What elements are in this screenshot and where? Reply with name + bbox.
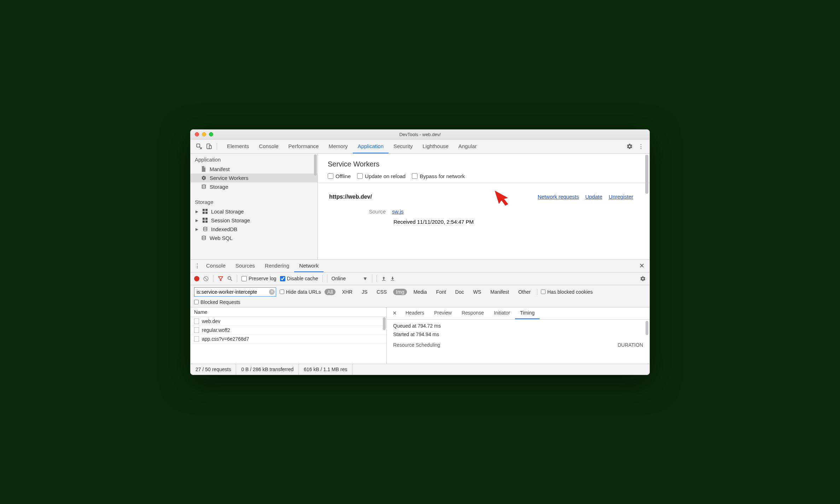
sw-received-row: Received 11/11/2020, 2:54:47 PM bbox=[328, 219, 640, 225]
clear-filter-icon[interactable]: ✕ bbox=[269, 289, 275, 295]
download-har-icon[interactable] bbox=[390, 276, 395, 281]
tab-lighthouse[interactable]: Lighthouse bbox=[418, 140, 453, 153]
request-row[interactable]: app.css?v=6e2768d7 bbox=[191, 335, 386, 344]
request-name: regular.woff2 bbox=[202, 327, 230, 333]
throttle-value: Online bbox=[332, 276, 346, 281]
resource-scheduling-row: Resource Scheduling DURATION bbox=[393, 342, 643, 348]
type-pill-css[interactable]: CSS bbox=[374, 289, 390, 295]
sidebar-item-manifest[interactable]: Manifest bbox=[191, 165, 317, 174]
sidebar-item-storage[interactable]: Storage bbox=[191, 182, 317, 191]
request-row[interactable]: web.dev bbox=[191, 317, 386, 326]
type-pill-other[interactable]: Other bbox=[515, 289, 533, 295]
preserve-log-checkbox[interactable]: Preserve log bbox=[241, 276, 276, 281]
hide-data-urls-checkbox[interactable]: Hide data URLs bbox=[280, 289, 321, 295]
type-pill-xhr[interactable]: XHR bbox=[339, 289, 355, 295]
type-pill-doc[interactable]: Doc bbox=[453, 289, 467, 295]
scrollbar[interactable] bbox=[314, 154, 317, 176]
drawer-tab-sources[interactable]: Sources bbox=[231, 260, 260, 272]
scrollbar[interactable] bbox=[645, 155, 648, 194]
search-icon[interactable] bbox=[227, 276, 233, 281]
filter-input-wrap: ✕ bbox=[194, 287, 276, 297]
sidebar-item-indexeddb[interactable]: ▶ IndexedDB bbox=[191, 225, 317, 234]
sw-source-row: Source sw.js bbox=[328, 209, 640, 215]
checkbox-label: Hide data URLs bbox=[286, 289, 321, 295]
tab-security[interactable]: Security bbox=[389, 140, 418, 153]
database-icon bbox=[200, 235, 207, 241]
unregister-link[interactable]: Unregister bbox=[609, 194, 633, 200]
sidebar-item-session-storage[interactable]: ▶ Session Storage bbox=[191, 216, 317, 225]
drawer-tab-rendering[interactable]: Rendering bbox=[260, 260, 294, 272]
detail-tab-timing[interactable]: Timing bbox=[515, 307, 540, 319]
type-pill-js[interactable]: JS bbox=[359, 289, 370, 295]
detail-tab-response[interactable]: Response bbox=[457, 307, 489, 319]
sidebar-item-local-storage[interactable]: ▶ Local Storage bbox=[191, 207, 317, 216]
sidebar-item-websql[interactable]: Web SQL bbox=[191, 234, 317, 242]
throttling-select[interactable]: Online ▼ bbox=[327, 274, 372, 283]
separator bbox=[217, 143, 217, 150]
settings-icon[interactable] bbox=[625, 141, 635, 151]
filter-icon[interactable] bbox=[218, 276, 223, 281]
sidebar-item-service-workers[interactable]: Service Workers bbox=[191, 174, 317, 182]
network-requests-link[interactable]: Network requests bbox=[538, 194, 579, 200]
tab-angular[interactable]: Angular bbox=[454, 140, 482, 153]
settings-icon[interactable] bbox=[640, 276, 646, 282]
queued-text: Queued at 794.72 ms bbox=[393, 323, 643, 329]
update-on-reload-checkbox[interactable]: Update on reload bbox=[357, 173, 406, 179]
started-text: Started at 794.94 ms bbox=[393, 332, 643, 337]
blocked-requests-checkbox[interactable]: Blocked Requests bbox=[194, 299, 240, 305]
kebab-menu-icon[interactable]: ⋮ bbox=[193, 263, 201, 269]
checkbox-label: Disable cache bbox=[287, 276, 318, 281]
scrollbar[interactable] bbox=[383, 317, 386, 330]
scrollbar[interactable] bbox=[646, 321, 648, 335]
upload-har-icon[interactable] bbox=[381, 276, 386, 281]
received-text: Received 11/11/2020, 2:54:47 PM bbox=[393, 219, 474, 225]
sidebar-item-label: IndexedDB bbox=[211, 226, 237, 232]
tab-application[interactable]: Application bbox=[353, 140, 389, 153]
device-mode-icon[interactable] bbox=[204, 141, 214, 151]
update-link[interactable]: Update bbox=[585, 194, 602, 200]
clear-icon[interactable] bbox=[203, 276, 209, 282]
svg-rect-6 bbox=[203, 212, 205, 214]
has-blocked-cookies-checkbox[interactable]: Has blocked cookies bbox=[541, 289, 593, 295]
application-sidebar[interactable]: Application Manifest Service Workers Sto… bbox=[191, 154, 318, 259]
service-workers-panel: Service Workers Offline Update on reload… bbox=[318, 154, 649, 259]
bypass-for-network-checkbox[interactable]: Bypass for network bbox=[412, 173, 465, 179]
tab-memory[interactable]: Memory bbox=[323, 140, 352, 153]
network-toolbar: Preserve log Disable cache Online ▼ bbox=[191, 272, 649, 285]
detail-tab-preview[interactable]: Preview bbox=[429, 307, 457, 319]
detail-tab-initiator[interactable]: Initiator bbox=[489, 307, 515, 319]
network-filter-bar: ✕ Hide data URLs All XHR JS CSS Img Medi… bbox=[191, 285, 649, 307]
type-pill-ws[interactable]: WS bbox=[471, 289, 484, 295]
type-pill-all[interactable]: All bbox=[325, 289, 336, 295]
tab-performance[interactable]: Performance bbox=[284, 140, 324, 153]
sw-options: Offline Update on reload Bypass for netw… bbox=[328, 173, 640, 179]
status-resources: 616 kB / 1.1 MB res bbox=[299, 364, 352, 375]
disable-cache-checkbox[interactable]: Disable cache bbox=[280, 276, 318, 281]
drawer-tab-network[interactable]: Network bbox=[294, 260, 323, 272]
tab-elements[interactable]: Elements bbox=[222, 140, 254, 153]
record-button-icon[interactable] bbox=[194, 276, 199, 281]
offline-checkbox[interactable]: Offline bbox=[328, 173, 351, 179]
detail-tab-headers[interactable]: Headers bbox=[401, 307, 429, 319]
type-pill-font[interactable]: Font bbox=[433, 289, 449, 295]
sidebar-item-label: Local Storage bbox=[211, 209, 244, 215]
type-pill-img[interactable]: Img bbox=[393, 289, 407, 295]
source-file-link[interactable]: sw.js bbox=[392, 209, 404, 215]
tab-console[interactable]: Console bbox=[254, 140, 284, 153]
request-name: web.dev bbox=[202, 318, 220, 324]
request-list: Name web.dev regular.woff2 app.css?v=6e2… bbox=[191, 307, 387, 364]
separator bbox=[213, 275, 214, 282]
filter-input[interactable] bbox=[194, 287, 276, 297]
drawer-close-icon[interactable]: ✕ bbox=[637, 262, 647, 270]
kebab-menu-icon[interactable]: ⋮ bbox=[636, 141, 646, 151]
chevron-right-icon: ▶ bbox=[196, 218, 199, 222]
close-detail-icon[interactable]: ✕ bbox=[389, 310, 401, 316]
type-pill-media[interactable]: Media bbox=[410, 289, 430, 295]
request-row[interactable]: regular.woff2 bbox=[191, 326, 386, 335]
drawer-tab-console[interactable]: Console bbox=[201, 260, 231, 272]
column-header-name[interactable]: Name bbox=[191, 307, 386, 317]
request-detail: ✕ Headers Preview Response Initiator Tim… bbox=[387, 307, 649, 364]
inspect-icon[interactable] bbox=[194, 141, 204, 151]
type-pill-manifest[interactable]: Manifest bbox=[488, 289, 512, 295]
sidebar-item-label: Service Workers bbox=[210, 175, 249, 181]
